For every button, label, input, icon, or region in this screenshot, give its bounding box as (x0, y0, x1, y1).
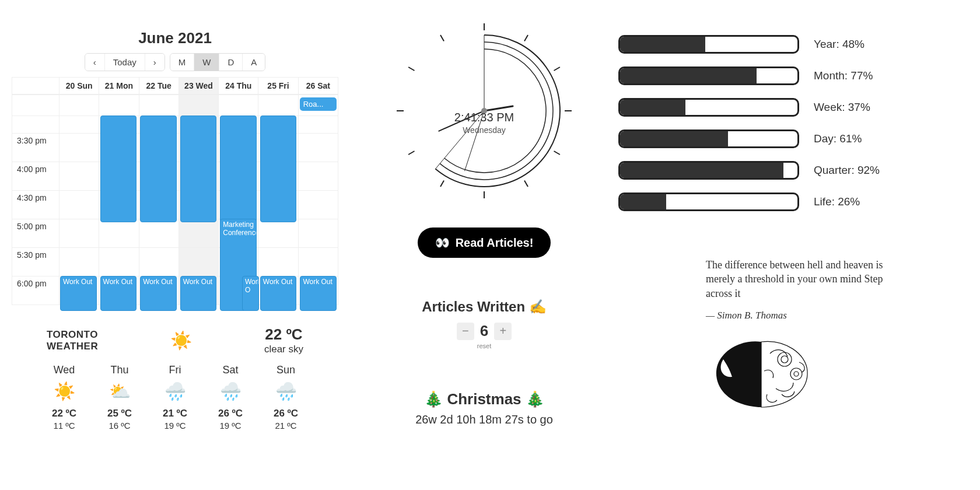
calendar-cell[interactable] (298, 134, 338, 162)
calendar-prev-button[interactable]: ‹ (85, 54, 105, 71)
calendar-cell[interactable] (178, 219, 218, 247)
progress-bar (618, 130, 799, 148)
weather-day: Thu⛅25 ºC16 ºC (96, 364, 143, 430)
eyes-icon: 👀 (435, 236, 450, 250)
read-articles-label: Read Articles! (456, 236, 534, 250)
calendar-allday-cell[interactable]: Roa... (298, 95, 338, 116)
quote-illustration (706, 336, 817, 412)
progress-fill (620, 194, 666, 209)
calendar-day-header[interactable]: 20 Sun (59, 78, 99, 94)
calendar-event[interactable]: Work Out (140, 276, 177, 311)
progress-fill (620, 68, 757, 83)
calendar-event[interactable]: Work Out (60, 276, 97, 311)
svg-line-12 (408, 67, 414, 71)
calendar-allday-cell[interactable] (258, 95, 298, 116)
weather-current-temp: 22 ºC (264, 326, 303, 344)
calendar-cell[interactable] (139, 248, 178, 276)
clock-day: Wednesday (397, 125, 572, 135)
progress-bar (618, 98, 799, 117)
weather-day-high: 22 ºC (41, 408, 88, 419)
weather-day-icon: ⛅ (96, 381, 143, 404)
calendar-view-d[interactable]: D (219, 54, 243, 71)
progress-row: Week: 37% (618, 98, 968, 117)
weather-day-icon: ☀️ (41, 381, 88, 404)
calendar-cell[interactable] (59, 219, 99, 247)
calendar-event[interactable] (180, 116, 217, 222)
calendar-day-header[interactable]: 25 Fri (258, 78, 298, 94)
calendar-view-a[interactable]: A (243, 54, 265, 71)
progress-row: Life: 26% (618, 192, 968, 211)
weather-day: Wed☀️22 ºC11 ºC (41, 364, 88, 430)
weather-day-high: 26 ºC (262, 408, 309, 419)
calendar-cell[interactable] (99, 248, 138, 276)
counter-reset-link[interactable]: reset (362, 342, 607, 349)
calendar-allday-cell[interactable] (178, 95, 218, 116)
calendar-nav-group: ‹ Today › (85, 53, 165, 71)
counter-decrement-button[interactable]: − (457, 323, 474, 340)
progress-row: Year: 48% (618, 35, 968, 54)
calendar-event[interactable]: Work Out (260, 276, 297, 311)
calendar-event[interactable] (140, 116, 177, 222)
calendar-event[interactable]: Work Out (100, 276, 137, 311)
calendar-cell[interactable] (59, 191, 99, 219)
calendar-time-label: 4:30 pm (12, 191, 59, 219)
weather-day-label: Thu (96, 364, 143, 376)
calendar-allday-cell[interactable] (139, 95, 178, 116)
calendar-event[interactable] (260, 116, 297, 222)
calendar-event[interactable]: Work Out (300, 276, 337, 311)
analog-clock: 2:41:33 PM Wednesday (397, 23, 572, 198)
calendar-view-w[interactable]: W (194, 54, 219, 71)
calendar-title: June 2021 (12, 29, 338, 47)
calendar-view-group: MWDA (170, 53, 266, 71)
calendar-cell[interactable] (59, 162, 99, 190)
weather-day-high: 26 ºC (207, 408, 254, 419)
calendar-day-header[interactable]: 23 Wed (178, 78, 218, 94)
calendar-cell[interactable] (178, 248, 218, 276)
calendar-cell[interactable] (258, 219, 298, 247)
calendar-allday-cell[interactable] (59, 95, 99, 116)
calendar-day-header[interactable]: 26 Sat (298, 78, 338, 94)
calendar-cell[interactable] (298, 191, 338, 219)
calendar-cell[interactable] (298, 248, 338, 276)
svg-line-13 (440, 35, 444, 41)
weather-subtitle: WEATHER (47, 341, 98, 352)
calendar-event[interactable]: Work O (242, 276, 259, 311)
calendar-event[interactable] (100, 116, 137, 222)
calendar-cell[interactable] (258, 248, 298, 276)
weather-day-low: 19 ºC (152, 421, 198, 430)
progress-bar (618, 161, 799, 180)
calendar-cell[interactable] (99, 219, 138, 247)
calendar-today-button[interactable]: Today (105, 54, 145, 71)
calendar-event[interactable]: Work Out (180, 276, 217, 311)
calendar-day-header[interactable]: 22 Tue (139, 78, 178, 94)
counter-increment-button[interactable]: + (494, 323, 512, 340)
weather-day-label: Sun (262, 364, 309, 376)
svg-line-7 (524, 181, 528, 187)
calendar-cell[interactable] (139, 219, 178, 247)
calendar-next-button[interactable]: › (145, 54, 164, 71)
progress-label: Life: 26% (814, 195, 860, 208)
calendar-cell[interactable] (298, 162, 338, 190)
progress-label: Day: 61% (814, 132, 862, 145)
svg-point-16 (790, 368, 802, 380)
read-articles-button[interactable]: 👀 Read Articles! (418, 228, 551, 258)
calendar-day-header[interactable]: 21 Mon (99, 78, 138, 94)
countdown-title: 🎄 Christmas 🎄 (362, 390, 607, 408)
weather-city: TORONTO (47, 329, 98, 341)
quote-text: The difference between hell and heaven i… (706, 258, 892, 300)
svg-line-10 (408, 151, 414, 155)
calendar-grid: 20 Sun21 Mon22 Tue23 Wed24 Thu25 Fri26 S… (12, 77, 338, 305)
calendar-allday-cell[interactable] (218, 95, 258, 116)
calendar-cell[interactable] (59, 134, 99, 162)
calendar-time-label: 5:00 pm (12, 219, 59, 247)
calendar-event[interactable]: Roa... (300, 97, 337, 111)
weather-day-label: Wed (41, 364, 88, 376)
calendar-time-label: 4:00 pm (12, 162, 59, 190)
calendar-allday-cell[interactable] (99, 95, 138, 116)
calendar-cell[interactable] (59, 248, 99, 276)
calendar-cell[interactable] (298, 219, 338, 247)
quote-widget: The difference between hell and heaven i… (706, 258, 892, 412)
calendar-event[interactable] (220, 116, 257, 222)
calendar-day-header[interactable]: 24 Thu (218, 78, 258, 94)
calendar-view-m[interactable]: M (170, 54, 195, 71)
